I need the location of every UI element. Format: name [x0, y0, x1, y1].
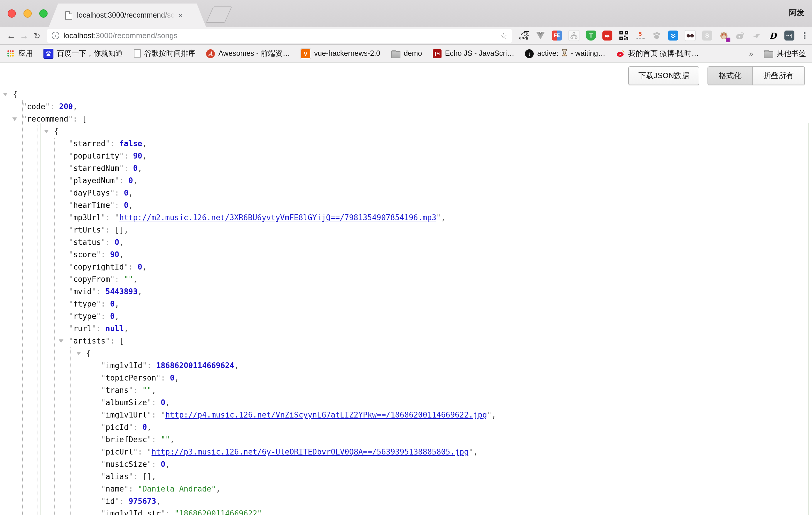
- json-key: picId: [106, 423, 128, 432]
- bookmark-folder-demo[interactable]: demo: [391, 49, 422, 58]
- bookmark-awesomes[interactable]: A Awesomes - 前端资…: [206, 49, 290, 58]
- shield-extension-icon[interactable]: T: [586, 31, 596, 40]
- back-icon[interactable]: ←: [5, 31, 18, 40]
- download-circle-icon: ↓: [525, 49, 534, 58]
- collapse-all-button[interactable]: 折叠所有: [752, 67, 804, 85]
- url-path: :3000/recommend/songs: [94, 31, 178, 40]
- json-number-value: 90: [110, 250, 119, 259]
- bookmark-baidu[interactable]: 百度一下，你就知道: [44, 49, 123, 58]
- fast-forward-extension-icon[interactable]: ▶▶: [602, 31, 612, 40]
- json-key: status: [74, 238, 101, 247]
- json-line: "code": 200,: [0, 101, 812, 113]
- json-key: dayPlays: [74, 189, 110, 197]
- bookmark-star-icon[interactable]: ☆: [500, 31, 507, 40]
- chrome-menu-icon[interactable]: ⋮: [800, 30, 809, 41]
- new-tab-button[interactable]: [206, 6, 232, 23]
- hummingbird-extension-icon[interactable]: [752, 31, 761, 40]
- collapse-toggle-icon[interactable]: [3, 93, 8, 96]
- json-line: "copyFrom": "",: [0, 273, 812, 285]
- bookmark-label: Awesomes - 前端资…: [219, 49, 290, 58]
- json-line: "trans": "",: [0, 384, 812, 396]
- json-url-link[interactable]: http://p3.music.126.net/6y-UleORITEDbvrO…: [151, 448, 468, 456]
- bookmark-google-sort[interactable]: 谷歌按时间排序: [134, 49, 196, 58]
- fe-extension-icon[interactable]: FE: [552, 31, 562, 40]
- format-button[interactable]: 格式化: [708, 67, 752, 85]
- json-key: rurl: [74, 324, 92, 333]
- json-url-link[interactable]: http://p4.music.126.net/VnZiScyynLG7atLI…: [165, 410, 487, 419]
- doc-icon: [134, 49, 141, 58]
- d-extension-icon[interactable]: D: [768, 31, 778, 40]
- bookmark-label: Echo JS - JavaScri…: [445, 49, 514, 58]
- weibo-extension-icon[interactable]: [735, 31, 745, 40]
- qr-code-extension-icon[interactable]: [619, 31, 629, 40]
- json-number-value: 5443893: [106, 287, 138, 296]
- json-line: "starred": false,: [0, 137, 812, 150]
- vue-devtools-extension-icon[interactable]: [535, 31, 546, 40]
- dashlane-extension-icon[interactable]: •••|: [784, 31, 794, 40]
- bookmark-weibo-home[interactable]: 我的首页 微博-随时…: [616, 49, 699, 58]
- json-key: trans: [106, 386, 128, 395]
- site-info-icon[interactable]: i: [52, 32, 59, 39]
- incognito-doc-extension-icon[interactable]: [685, 30, 696, 41]
- json-url-link[interactable]: http://m2.music.126.net/3XR6BU6yvtyVmFE8…: [119, 213, 436, 222]
- bookmark-active-waiting[interactable]: ↓ active: - waiting…: [525, 49, 605, 58]
- minimize-window-button[interactable]: [24, 9, 32, 18]
- json-number-value: 0: [170, 373, 175, 382]
- bookmarks-overflow-icon[interactable]: »: [749, 49, 753, 58]
- json-line: "id": 975673,: [0, 495, 812, 507]
- json-line: "img1v1Url": "http://p4.music.126.net/Vn…: [0, 409, 812, 421]
- collapse-toggle-icon[interactable]: [76, 352, 81, 355]
- json-line: "img1v1Id": 18686200114669624,: [0, 360, 812, 372]
- json-number-value: 0: [133, 164, 138, 173]
- json-key: picUrl: [106, 448, 133, 456]
- bookmark-label: demo: [404, 49, 422, 58]
- s-extension-icon[interactable]: S: [702, 31, 712, 40]
- json-number-value: 0: [110, 312, 115, 321]
- sitemap-extension-icon[interactable]: [568, 30, 580, 41]
- offline-download-extension-icon[interactable]: [668, 31, 678, 40]
- url-text[interactable]: localhost:3000/recommend/songs: [63, 31, 178, 40]
- profile-name[interactable]: 阿发: [789, 8, 804, 18]
- weibo-icon: [616, 49, 625, 58]
- paw-extension-icon[interactable]: [652, 31, 662, 40]
- json-line: "rurl": null,: [0, 322, 812, 335]
- html5-player-extension-icon[interactable]: 5 PLAYER: [635, 31, 645, 40]
- browser-tab[interactable]: localhost:3000/recommend/so ×: [49, 3, 206, 27]
- json-key: name: [106, 484, 124, 493]
- tampermonkey-extension-icon[interactable]: 1: [719, 31, 729, 40]
- collapse-toggle-icon[interactable]: [44, 130, 49, 133]
- json-line: "mvid": 5443893,: [0, 285, 812, 298]
- forward-icon: →: [18, 31, 31, 40]
- json-empty-array: []: [142, 472, 151, 481]
- json-key: copyrightId: [74, 262, 124, 271]
- json-line: "topicPerson": 0,: [0, 372, 812, 384]
- json-line: "artists": [: [0, 335, 812, 347]
- bookmark-vue-hackernews[interactable]: V vue-hackernews-2.0: [300, 49, 380, 58]
- zoom-window-button[interactable]: [39, 9, 48, 18]
- translate-extension-icon[interactable]: en 英: [519, 31, 529, 40]
- json-key: hearTime: [74, 201, 110, 210]
- json-key: playedNum: [74, 176, 115, 185]
- json-tree: {"code": 200,"recommend": [{"starred": f…: [0, 88, 812, 515]
- format-button-group: 格式化 折叠所有: [707, 66, 805, 85]
- download-json-button[interactable]: 下载JSON数据: [629, 66, 699, 85]
- collapse-toggle-icon[interactable]: [12, 117, 17, 121]
- bookmark-folder-other[interactable]: 其他书签: [764, 49, 806, 58]
- address-bar[interactable]: i localhost:3000/recommend/songs ☆: [47, 28, 512, 42]
- bookmarks-bar: 应用 百度一下，你就知道 谷歌按时间排序 A Awesomes - 前端资… V…: [0, 45, 812, 63]
- json-key: mvid: [74, 287, 92, 296]
- close-window-button[interactable]: [8, 9, 16, 18]
- bookmark-echojs[interactable]: JS Echo JS - JavaScri…: [433, 49, 514, 58]
- reload-icon[interactable]: ↻: [31, 31, 44, 40]
- tab-title: localhost:3000/recommend/so: [77, 11, 175, 19]
- json-line: "mp3Url": "http://m2.music.126.net/3XR6B…: [0, 211, 812, 224]
- json-string-value: "": [124, 275, 133, 284]
- json-number-value: 0: [124, 201, 128, 210]
- json-string-value: "Daniela Andrade": [138, 484, 216, 493]
- json-number-value: 0: [115, 238, 119, 247]
- bookmark-label: 其他书签: [777, 49, 806, 58]
- bookmark-apps[interactable]: 应用: [6, 49, 33, 58]
- collapse-toggle-icon[interactable]: [59, 339, 63, 343]
- vue-icon: V: [300, 49, 311, 58]
- tab-close-icon[interactable]: ×: [178, 11, 183, 19]
